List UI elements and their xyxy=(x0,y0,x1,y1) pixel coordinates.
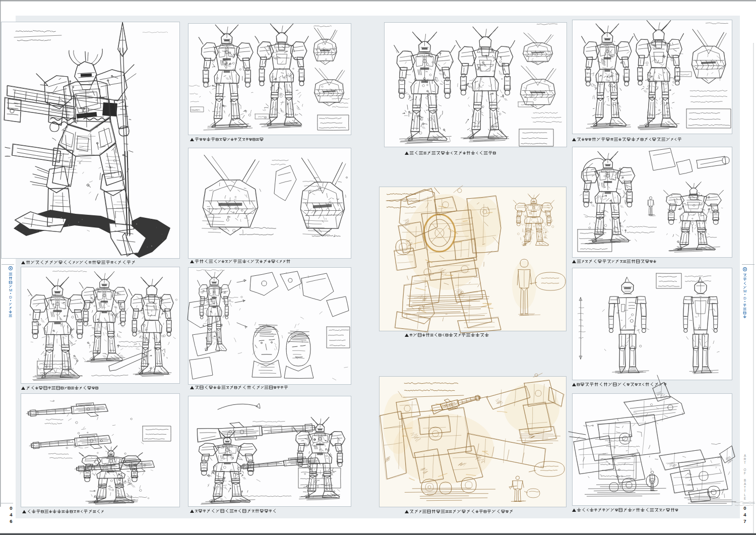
svg-text:M: M xyxy=(743,289,746,293)
svg-text:M: M xyxy=(9,288,12,292)
svg-text:D: D xyxy=(743,296,746,301)
svg-text:D: D xyxy=(9,295,12,300)
